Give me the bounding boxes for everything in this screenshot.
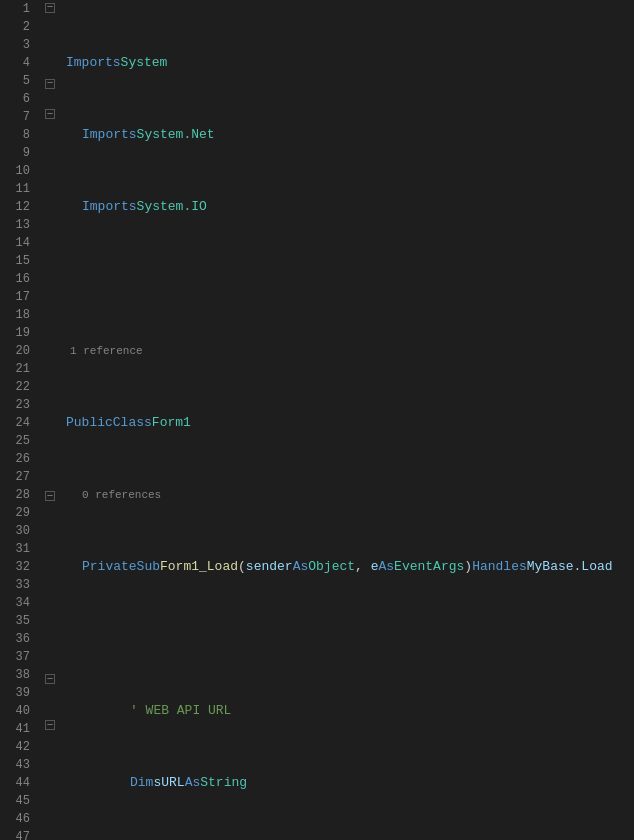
ln-16: 16 bbox=[0, 270, 30, 288]
gutter-20 bbox=[38, 290, 62, 305]
gutter-5 bbox=[38, 61, 62, 76]
gutter-48[interactable]: − bbox=[38, 717, 62, 732]
line-numbers: 1 2 3 4 5 6 7 8 9 10 11 12 13 14 15 16 1… bbox=[0, 0, 38, 840]
ln-18: 18 bbox=[0, 306, 30, 324]
gutter-34 bbox=[38, 504, 62, 519]
gutter-19 bbox=[38, 275, 62, 290]
ln-24: 24 bbox=[0, 414, 30, 432]
gutter-45[interactable]: − bbox=[38, 672, 62, 687]
ln-40: 40 bbox=[0, 702, 30, 720]
gutter-18 bbox=[38, 260, 62, 275]
gutter-41 bbox=[38, 611, 62, 626]
ln-19: 19 bbox=[0, 324, 30, 342]
ln-1: 1 bbox=[0, 0, 30, 18]
code-line-3: Imports System.IO bbox=[66, 198, 634, 216]
ln-8: 8 bbox=[0, 126, 30, 144]
ln-27: 27 bbox=[0, 468, 30, 486]
gutter-39 bbox=[38, 580, 62, 595]
code-content[interactable]: Imports System Imports System.Net Import… bbox=[62, 0, 634, 840]
code-line-4 bbox=[66, 270, 634, 288]
code-line-5: 1 reference bbox=[66, 342, 634, 360]
ln-15: 15 bbox=[0, 252, 30, 270]
gutter-51 bbox=[38, 763, 62, 778]
gutter-27 bbox=[38, 397, 62, 412]
ln-31: 31 bbox=[0, 540, 30, 558]
ln-2: 2 bbox=[0, 18, 30, 36]
ln-14: 14 bbox=[0, 234, 30, 252]
ln-7: 7 bbox=[0, 108, 30, 126]
gutter-54 bbox=[38, 809, 62, 824]
gutter-33[interactable]: − bbox=[38, 489, 62, 504]
ln-3: 3 bbox=[0, 36, 30, 54]
code-line-2: Imports System.Net bbox=[66, 126, 634, 144]
gutter-38 bbox=[38, 565, 62, 580]
gutter-49 bbox=[38, 733, 62, 748]
ln-10: 10 bbox=[0, 162, 30, 180]
gutter-35 bbox=[38, 519, 62, 534]
gutter-2 bbox=[38, 15, 62, 30]
code-line-8: Private Sub Form1_Load(sender As Object,… bbox=[66, 558, 634, 576]
ln-32: 32 bbox=[0, 558, 30, 576]
code-line-10: ' WEB API URL bbox=[66, 702, 634, 720]
gutter-9 bbox=[38, 122, 62, 137]
gutter-50 bbox=[38, 748, 62, 763]
gutter-26 bbox=[38, 382, 62, 397]
ln-45: 45 bbox=[0, 792, 30, 810]
gutter-25 bbox=[38, 366, 62, 381]
ln-47: 47 bbox=[0, 828, 30, 840]
ln-41: 41 bbox=[0, 720, 30, 738]
gutter-46 bbox=[38, 687, 62, 702]
code-line-1: Imports System bbox=[66, 54, 634, 72]
gutter-16 bbox=[38, 229, 62, 244]
ln-11: 11 bbox=[0, 180, 30, 198]
ln-25: 25 bbox=[0, 432, 30, 450]
ln-21: 21 bbox=[0, 360, 30, 378]
gutter: − − − bbox=[38, 0, 62, 840]
code-editor: 1 2 3 4 5 6 7 8 9 10 11 12 13 14 15 16 1… bbox=[0, 0, 634, 840]
ln-35: 35 bbox=[0, 612, 30, 630]
ln-29: 29 bbox=[0, 504, 30, 522]
ln-9: 9 bbox=[0, 144, 30, 162]
ln-39: 39 bbox=[0, 684, 30, 702]
ln-13: 13 bbox=[0, 216, 30, 234]
ln-38: 38 bbox=[0, 666, 30, 684]
gutter-42 bbox=[38, 626, 62, 641]
gutter-44 bbox=[38, 656, 62, 671]
ln-12: 12 bbox=[0, 198, 30, 216]
gutter-36 bbox=[38, 534, 62, 549]
gutter-29 bbox=[38, 427, 62, 442]
gutter-40 bbox=[38, 595, 62, 610]
gutter-31 bbox=[38, 458, 62, 473]
ln-43: 43 bbox=[0, 756, 30, 774]
gutter-55 bbox=[38, 824, 62, 839]
ln-30: 30 bbox=[0, 522, 30, 540]
ln-23: 23 bbox=[0, 396, 30, 414]
ln-44: 44 bbox=[0, 774, 30, 792]
code-line-9 bbox=[66, 630, 634, 648]
gutter-37 bbox=[38, 550, 62, 565]
gutter-15 bbox=[38, 214, 62, 229]
code-area: 1 2 3 4 5 6 7 8 9 10 11 12 13 14 15 16 1… bbox=[0, 0, 634, 840]
ln-22: 22 bbox=[0, 378, 30, 396]
ln-6: 6 bbox=[0, 90, 30, 108]
ln-28: 28 bbox=[0, 486, 30, 504]
ln-20: 20 bbox=[0, 342, 30, 360]
ln-34: 34 bbox=[0, 594, 30, 612]
gutter-32 bbox=[38, 473, 62, 488]
gutter-28 bbox=[38, 412, 62, 427]
code-line-7: 0 references bbox=[66, 486, 634, 504]
gutter-1[interactable]: − bbox=[38, 0, 62, 15]
ln-4: 4 bbox=[0, 54, 30, 72]
gutter-4 bbox=[38, 46, 62, 61]
gutter-6[interactable]: − bbox=[38, 76, 62, 91]
gutter-24 bbox=[38, 351, 62, 366]
ln-37: 37 bbox=[0, 648, 30, 666]
gutter-8[interactable]: − bbox=[38, 107, 62, 122]
gutter-14 bbox=[38, 198, 62, 213]
gutter-11 bbox=[38, 153, 62, 168]
gutter-47 bbox=[38, 702, 62, 717]
gutter-17 bbox=[38, 244, 62, 259]
gutter-22 bbox=[38, 321, 62, 336]
ln-46: 46 bbox=[0, 810, 30, 828]
ln-33: 33 bbox=[0, 576, 30, 594]
